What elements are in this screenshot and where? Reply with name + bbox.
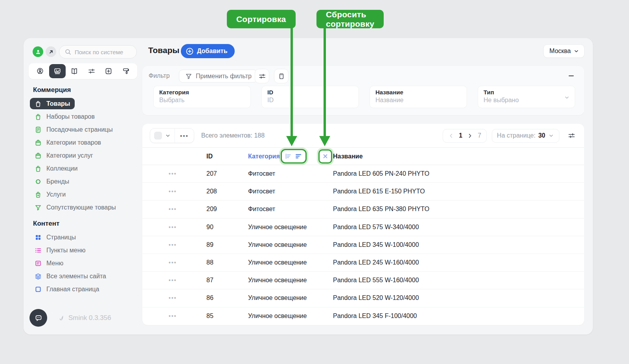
row-actions-button[interactable]: ••• [169, 295, 186, 301]
sort-ascending-icon[interactable] [284, 152, 292, 160]
apply-filter-button[interactable]: Применить фильтр [179, 70, 257, 83]
cell-category: Уличное освещение [248, 224, 333, 231]
cell-name[interactable]: Pandora LED 605 PN-240 PHYTO [333, 170, 584, 177]
person-icon [35, 49, 41, 55]
grid-icon [34, 233, 42, 241]
bulk-actions-button[interactable]: ••• [175, 132, 194, 139]
cell-id: 87 [206, 277, 248, 284]
collapse-filter-button[interactable] [566, 71, 576, 81]
prev-page-icon[interactable] [448, 133, 454, 139]
minus-icon [567, 72, 575, 80]
doc-icon [34, 259, 42, 267]
last-page[interactable]: 7 [478, 132, 481, 139]
add-button[interactable]: Добавить [181, 44, 235, 58]
sidebar-tab-sliders[interactable] [83, 65, 100, 77]
filter-settings-button[interactable] [255, 69, 269, 83]
sidebar-item[interactable]: Все элементы сайта [30, 270, 110, 282]
sidebar-item[interactable]: Коллекции [30, 163, 82, 174]
sidebar-item[interactable]: Меню [30, 257, 68, 269]
cell-name[interactable]: Pandora LED 520 W-120/4000 [333, 294, 584, 301]
sidebar-item[interactable]: Пункты меню [30, 245, 90, 256]
sort-direction-buttons[interactable] [281, 149, 307, 164]
chevron-down-icon [564, 94, 570, 101]
sidebar-tab-book[interactable] [66, 65, 83, 77]
sidebar-item[interactable]: Главная страница [30, 283, 103, 295]
book-icon [70, 67, 78, 75]
row-actions-button[interactable]: ••• [169, 206, 186, 212]
sidebar-section-title: Контент [33, 220, 59, 228]
total-count: Всего элементов: 188 [201, 132, 265, 139]
row-actions-button[interactable]: ••• [169, 188, 186, 195]
cell-category: Уличное освещение [248, 259, 333, 266]
sidebar-item[interactable]: Страницы [30, 232, 80, 243]
filter-field[interactable]: КатегорияВыбрать [153, 86, 251, 108]
version-label: Smink 0.3.356 [68, 314, 111, 322]
system-search[interactable] [59, 45, 137, 59]
sort-annotation-badge: Сортировка [227, 10, 296, 28]
page-size-value: 30 [538, 132, 545, 139]
next-page-icon[interactable] [467, 133, 473, 139]
filter-field[interactable]: НазваниеНазвание [370, 86, 467, 108]
cell-name[interactable]: Pandora LED 345 F-100/4000 [333, 313, 584, 320]
cell-id: 85 [206, 313, 248, 320]
row-actions-button[interactable]: ••• [169, 242, 186, 248]
sort-annotation-arrow-head [286, 136, 297, 146]
cell-id: 89 [206, 241, 248, 248]
paint-icon [122, 67, 130, 75]
row-actions-button[interactable]: ••• [169, 259, 186, 266]
sidebar-item[interactable]: Товары [30, 98, 75, 109]
row-actions-button[interactable]: ••• [169, 277, 186, 283]
x-icon [322, 153, 329, 160]
cell-name[interactable]: Pandora LED 245 W-160/4000 [333, 259, 584, 266]
sidebar-tab-paint[interactable] [118, 65, 134, 77]
sidebar-item[interactable]: Наборы товаров [30, 111, 99, 122]
sidebar-tab-broadcast[interactable] [32, 65, 48, 77]
products-table: ••• Всего элементов: 188 1 7 На странице… [142, 124, 584, 325]
layers-icon [34, 272, 42, 280]
save-filter-button[interactable] [274, 69, 289, 83]
row-actions-button[interactable]: ••• [169, 171, 186, 177]
row-actions-button[interactable]: ••• [169, 313, 186, 319]
filter-panel: Фильтр Применить фильтр КатегорияВыбрать… [142, 66, 584, 115]
sidebar-item[interactable]: Бренды [30, 176, 74, 187]
sidebar-tab-plus-square[interactable] [100, 65, 117, 77]
filter-field[interactable]: IDID [261, 86, 359, 108]
user-avatar[interactable] [33, 46, 43, 57]
page-size-selector[interactable]: На странице: 30 [492, 129, 559, 143]
bag-icon [34, 165, 42, 173]
filter-field-placeholder: Не выбрано [484, 97, 569, 104]
open-site-button[interactable] [46, 46, 56, 57]
region-selector[interactable]: Москва [543, 44, 585, 58]
cell-name[interactable]: Pandora LED 635 PN-380 PHYTO [333, 206, 584, 213]
filter-field[interactable]: ТипНе выбрано [478, 86, 575, 108]
select-all-checkbox[interactable] [154, 132, 162, 140]
sidebar-tab-gallery[interactable] [49, 64, 66, 78]
column-header-id[interactable]: ID [206, 153, 248, 160]
box-icon [34, 152, 42, 160]
table-columns-button[interactable] [565, 129, 579, 143]
cell-name[interactable]: Pandora LED 575 W-340/4000 [333, 224, 584, 231]
reset-sort-button[interactable] [318, 149, 332, 164]
cell-name[interactable]: Pandora LED 345 W-100/4000 [333, 241, 584, 248]
column-header-name[interactable]: Название [333, 153, 584, 160]
sidebar-item[interactable]: Посадочные страницы [30, 124, 117, 135]
table-row: •••85Уличное освещениеPandora LED 345 F-… [142, 307, 584, 325]
select-all-combo[interactable]: ••• [150, 128, 194, 143]
column-header-category[interactable]: Категория [248, 153, 280, 160]
cell-category: Уличное освещение [248, 313, 333, 320]
cell-id: 207 [206, 170, 248, 177]
sidebar-item[interactable]: Услуги [30, 189, 70, 200]
sidebar-item-label: Категории услуг [46, 152, 93, 159]
row-actions-button[interactable]: ••• [169, 224, 186, 230]
sidebar-item[interactable]: Категории товаров [30, 137, 105, 148]
support-chat-button[interactable] [29, 309, 47, 327]
sidebar-item-label: Товары [46, 100, 70, 107]
sort-descending-icon[interactable] [294, 152, 303, 160]
search-input[interactable] [75, 49, 130, 55]
sidebar-item[interactable]: Категории услуг [30, 150, 97, 161]
cell-name[interactable]: Pandora LED 615 E-150 PHYTO [333, 188, 584, 195]
plus-square-icon [105, 67, 112, 75]
sidebar-item[interactable]: Сопутствующие товары [30, 202, 120, 213]
cell-name[interactable]: Pandora LED 555 W-160/4000 [333, 277, 584, 284]
sliders-icon [568, 132, 576, 140]
